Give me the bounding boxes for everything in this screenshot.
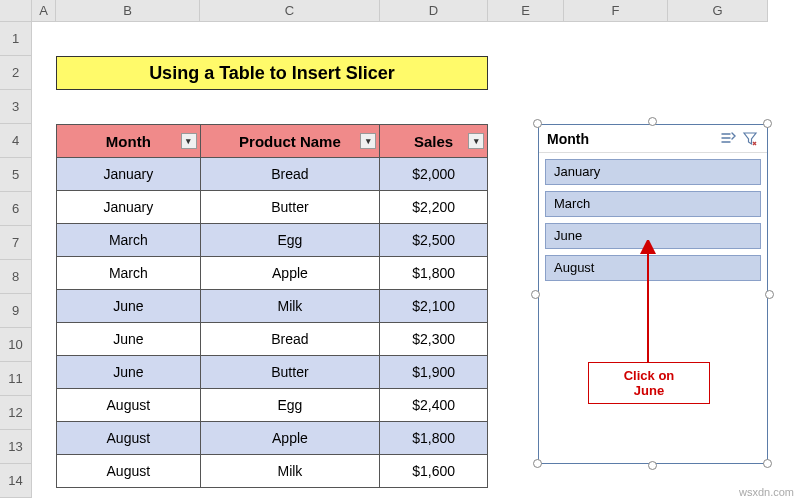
- cell-month[interactable]: August: [57, 455, 201, 488]
- cell-product[interactable]: Bread: [200, 158, 380, 191]
- row-header-10[interactable]: 10: [0, 328, 32, 362]
- column-headers: A B C D E F G: [0, 0, 768, 22]
- cell-sales[interactable]: $2,100: [380, 290, 488, 323]
- col-header-month-label: Month: [106, 133, 151, 150]
- cell-month[interactable]: January: [57, 158, 201, 191]
- page-title: Using a Table to Insert Slicer: [56, 56, 488, 90]
- cell-month[interactable]: August: [57, 389, 201, 422]
- table-row: MarchEgg$2,500: [57, 224, 488, 257]
- cell-sales[interactable]: $2,300: [380, 323, 488, 356]
- cell-sales[interactable]: $2,500: [380, 224, 488, 257]
- table-row: JuneMilk$2,100: [57, 290, 488, 323]
- col-header-a[interactable]: A: [32, 0, 56, 21]
- row-header-12[interactable]: 12: [0, 396, 32, 430]
- table-row: MarchApple$1,800: [57, 257, 488, 290]
- slicer-header[interactable]: Month: [539, 125, 767, 153]
- row-header-5[interactable]: 5: [0, 158, 32, 192]
- cell-product[interactable]: Milk: [200, 455, 380, 488]
- slicer-title: Month: [547, 131, 589, 147]
- col-header-sales-label: Sales: [414, 133, 453, 150]
- row-header-1[interactable]: 1: [0, 22, 32, 56]
- col-header-product[interactable]: Product Name ▾: [200, 125, 380, 158]
- cell-product[interactable]: Apple: [200, 257, 380, 290]
- cell-sales[interactable]: $2,200: [380, 191, 488, 224]
- cell-sales[interactable]: $1,800: [380, 422, 488, 455]
- cell-month[interactable]: January: [57, 191, 201, 224]
- row-header-3[interactable]: 3: [0, 90, 32, 124]
- col-header-d[interactable]: D: [380, 0, 488, 21]
- cell-sales[interactable]: $1,900: [380, 356, 488, 389]
- col-header-sales[interactable]: Sales ▾: [380, 125, 488, 158]
- cell-product[interactable]: Bread: [200, 323, 380, 356]
- cell-month[interactable]: June: [57, 290, 201, 323]
- cell-sales[interactable]: $2,400: [380, 389, 488, 422]
- multi-select-icon[interactable]: [719, 130, 737, 148]
- col-header-e[interactable]: E: [488, 0, 564, 21]
- row-header-4[interactable]: 4: [0, 124, 32, 158]
- table-row: AugustMilk$1,600: [57, 455, 488, 488]
- cell-product[interactable]: Apple: [200, 422, 380, 455]
- table-body: JanuaryBread$2,000 JanuaryButter$2,200 M…: [57, 158, 488, 488]
- cell-month[interactable]: August: [57, 422, 201, 455]
- callout-text: Click on June: [624, 368, 675, 398]
- clear-filter-icon[interactable]: [741, 130, 759, 148]
- cell-product[interactable]: Egg: [200, 224, 380, 257]
- page-title-text: Using a Table to Insert Slicer: [149, 63, 395, 84]
- cell-month[interactable]: March: [57, 257, 201, 290]
- cell-sales[interactable]: $1,600: [380, 455, 488, 488]
- row-headers: 1 2 3 4 5 6 7 8 9 10 11 12 13 14: [0, 22, 32, 498]
- table-row: JanuaryButter$2,200: [57, 191, 488, 224]
- cell-month[interactable]: March: [57, 224, 201, 257]
- cell-product[interactable]: Egg: [200, 389, 380, 422]
- data-table: Month ▾ Product Name ▾ Sales ▾ JanuaryBr…: [56, 124, 488, 488]
- slicer-item-june[interactable]: June: [545, 223, 761, 249]
- cell-month[interactable]: June: [57, 323, 201, 356]
- row-header-7[interactable]: 7: [0, 226, 32, 260]
- cell-sales[interactable]: $2,000: [380, 158, 488, 191]
- table-row: JuneBread$2,300: [57, 323, 488, 356]
- filter-dropdown-icon[interactable]: ▾: [181, 133, 197, 149]
- select-all-corner[interactable]: [0, 0, 32, 21]
- slicer-item-august[interactable]: August: [545, 255, 761, 281]
- row-header-6[interactable]: 6: [0, 192, 32, 226]
- callout-box: Click on June: [588, 362, 710, 404]
- filter-dropdown-icon[interactable]: ▾: [468, 133, 484, 149]
- table-row: JuneButter$1,900: [57, 356, 488, 389]
- col-header-c[interactable]: C: [200, 0, 380, 21]
- row-header-14[interactable]: 14: [0, 464, 32, 498]
- row-header-9[interactable]: 9: [0, 294, 32, 328]
- filter-dropdown-icon[interactable]: ▾: [360, 133, 376, 149]
- table-row: AugustEgg$2,400: [57, 389, 488, 422]
- col-header-month[interactable]: Month ▾: [57, 125, 201, 158]
- slicer-panel[interactable]: Month January March June August: [538, 124, 768, 464]
- col-header-g[interactable]: G: [668, 0, 768, 21]
- row-header-11[interactable]: 11: [0, 362, 32, 396]
- col-header-b[interactable]: B: [56, 0, 200, 21]
- cell-sales[interactable]: $1,800: [380, 257, 488, 290]
- cell-product[interactable]: Milk: [200, 290, 380, 323]
- watermark: wsxdn.com: [739, 486, 794, 498]
- slicer-items: January March June August: [539, 153, 767, 293]
- row-header-2[interactable]: 2: [0, 56, 32, 90]
- cell-month[interactable]: June: [57, 356, 201, 389]
- slicer-item-march[interactable]: March: [545, 191, 761, 217]
- col-header-f[interactable]: F: [564, 0, 668, 21]
- col-header-product-label: Product Name: [239, 133, 341, 150]
- table-row: AugustApple$1,800: [57, 422, 488, 455]
- slicer-item-january[interactable]: January: [545, 159, 761, 185]
- cell-product[interactable]: Butter: [200, 191, 380, 224]
- row-header-13[interactable]: 13: [0, 430, 32, 464]
- cell-product[interactable]: Butter: [200, 356, 380, 389]
- row-header-8[interactable]: 8: [0, 260, 32, 294]
- table-row: JanuaryBread$2,000: [57, 158, 488, 191]
